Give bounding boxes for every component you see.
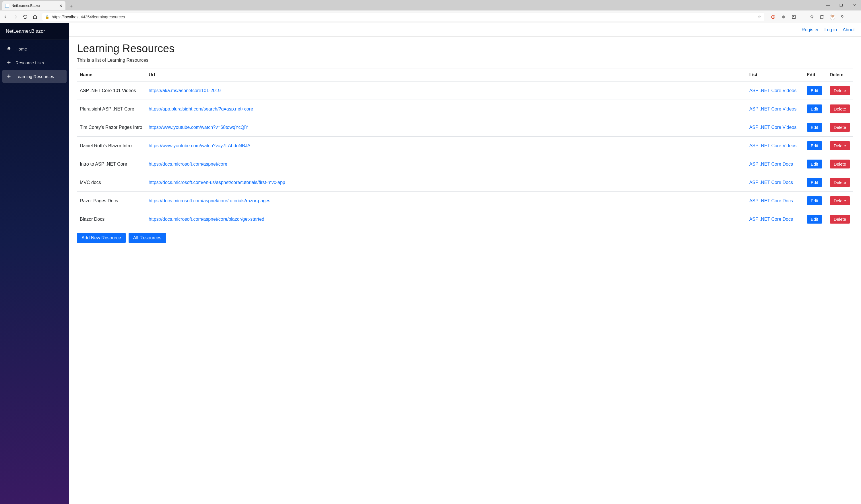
about-link[interactable]: About: [843, 27, 855, 32]
resource-url-link[interactable]: https://app.pluralsight.com/search/?q=as…: [149, 107, 253, 111]
tab-close-icon[interactable]: ✕: [59, 3, 63, 8]
cell-name: ASP .NET Core 101 Videos: [77, 81, 146, 100]
cell-delete: Delete: [827, 192, 853, 210]
delete-button[interactable]: Delete: [830, 123, 850, 132]
delete-button[interactable]: Delete: [830, 178, 850, 187]
browser-tab[interactable]: NetLearner.Blazor ✕: [2, 1, 66, 10]
cell-edit: Edit: [804, 81, 827, 100]
login-link[interactable]: Log in: [824, 27, 837, 32]
cell-url: https://aka.ms/aspnetcore101-2019: [146, 81, 747, 100]
window-close-button[interactable]: ✕: [848, 0, 861, 10]
resource-list-link[interactable]: ASP .NET Core Videos: [749, 107, 797, 111]
delete-button[interactable]: Delete: [830, 105, 850, 113]
window-controls: — ❐ ✕: [821, 0, 861, 10]
edit-button[interactable]: Edit: [807, 160, 822, 168]
favorites-icon[interactable]: [809, 14, 815, 19]
table-row: Pluralsight ASP .NET Corehttps://app.plu…: [77, 100, 853, 118]
browser-chrome: NetLearner.Blazor ✕ + — ❐ ✕ 🔒 https://lo…: [0, 0, 861, 23]
footer-actions: Add New Resource All Resources: [77, 233, 853, 243]
extension-icon-2[interactable]: [781, 14, 786, 19]
sidebar-item-resource-lists[interactable]: +Resource Lists: [2, 56, 67, 69]
edit-button[interactable]: Edit: [807, 141, 822, 150]
edit-button[interactable]: Edit: [807, 105, 822, 113]
cell-name: Razor Pages Docs: [77, 192, 146, 210]
more-menu-icon[interactable]: ···: [851, 14, 856, 19]
resource-list-link[interactable]: ASP .NET Core Videos: [749, 88, 797, 93]
extension-icon-1[interactable]: [770, 14, 776, 19]
resource-url-link[interactable]: https://docs.microsoft.com/aspnet/core/b…: [149, 217, 264, 221]
edit-button[interactable]: Edit: [807, 86, 822, 95]
feedback-icon[interactable]: [840, 14, 846, 19]
all-resources-button[interactable]: All Resources: [128, 233, 166, 243]
cell-name: Daniel Roth's Blazor Intro: [77, 137, 146, 155]
register-link[interactable]: Register: [802, 27, 819, 32]
cell-edit: Edit: [804, 118, 827, 137]
sidebar-item-learning-resources[interactable]: +Learning Resources: [2, 70, 67, 83]
url-text: https://localhost:44354/learningresource…: [52, 15, 755, 19]
refresh-button[interactable]: [23, 14, 28, 20]
sidebar-item-home[interactable]: Home: [2, 42, 67, 55]
tab-strip: NetLearner.Blazor ✕ + — ❐ ✕: [0, 0, 861, 10]
resource-list-link[interactable]: ASP .NET Core Videos: [749, 143, 797, 148]
forward-button[interactable]: [13, 14, 18, 20]
delete-button[interactable]: Delete: [830, 196, 850, 205]
delete-button[interactable]: Delete: [830, 86, 850, 95]
resource-list-link[interactable]: ASP .NET Core Docs: [749, 162, 793, 166]
sidebar-brand[interactable]: NetLearner.Blazor: [0, 23, 69, 40]
cell-name: Intro to ASP .NET Core: [77, 155, 146, 173]
cell-delete: Delete: [827, 81, 853, 100]
top-bar: Register Log in About: [69, 23, 861, 37]
cell-list: ASP .NET Core Videos: [747, 118, 804, 137]
sidebar-item-label: Learning Resources: [15, 74, 54, 79]
profile-avatar[interactable]: [830, 14, 835, 19]
resource-url-link[interactable]: https://aka.ms/aspnetcore101-2019: [149, 88, 221, 93]
svg-rect-3: [793, 16, 794, 17]
edit-button[interactable]: Edit: [807, 215, 822, 223]
resource-url-link[interactable]: https://docs.microsoft.com/aspnet/core: [149, 162, 227, 166]
edit-button[interactable]: Edit: [807, 123, 822, 132]
collections-icon[interactable]: [820, 14, 825, 19]
cell-url: https://docs.microsoft.com/en-us/aspnet/…: [146, 173, 747, 192]
delete-button[interactable]: Delete: [830, 215, 850, 223]
window-maximize-button[interactable]: ❐: [835, 0, 848, 10]
svg-point-1: [782, 15, 785, 18]
delete-button[interactable]: Delete: [830, 160, 850, 168]
add-new-resource-button[interactable]: Add New Resource: [77, 233, 126, 243]
favorite-star-icon[interactable]: ☆: [757, 14, 761, 19]
url-port: :44354: [80, 15, 92, 19]
edit-button[interactable]: Edit: [807, 196, 822, 205]
resource-list-link[interactable]: ASP .NET Core Videos: [749, 125, 797, 130]
resource-url-link[interactable]: https://docs.microsoft.com/en-us/aspnet/…: [149, 180, 285, 185]
window-minimize-button[interactable]: —: [821, 0, 835, 10]
cell-delete: Delete: [827, 210, 853, 229]
home-button-browser[interactable]: [32, 14, 38, 20]
plus-icon: +: [6, 73, 12, 80]
address-bar[interactable]: 🔒 https://localhost:44354/learningresour…: [42, 13, 764, 21]
cell-url: https://www.youtube.com/watch?v=68towqYc…: [146, 118, 747, 137]
resource-list-link[interactable]: ASP .NET Core Docs: [749, 180, 793, 185]
lock-icon: 🔒: [45, 15, 49, 19]
new-tab-button[interactable]: +: [67, 2, 75, 10]
delete-button[interactable]: Delete: [830, 141, 850, 150]
cell-url: https://docs.microsoft.com/aspnet/core/b…: [146, 210, 747, 229]
resources-table: Name Url List Edit Delete ASP .NET Core …: [77, 69, 853, 228]
resource-url-link[interactable]: https://www.youtube.com/watch?v=y7LAbdoN…: [149, 143, 250, 148]
cell-edit: Edit: [804, 210, 827, 229]
cell-name: Tim Corey's Razor Pages Intro: [77, 118, 146, 137]
back-button[interactable]: [3, 14, 9, 20]
col-header-list: List: [747, 69, 804, 82]
browser-toolbar: 🔒 https://localhost:44354/learningresour…: [0, 10, 861, 23]
resource-url-link[interactable]: https://www.youtube.com/watch?v=68towqYc…: [149, 125, 248, 130]
resource-url-link[interactable]: https://docs.microsoft.com/aspnet/core/t…: [149, 198, 270, 203]
main-area: Register Log in About Learning Resources…: [69, 23, 861, 504]
extension-icon-3[interactable]: [791, 14, 796, 19]
resource-list-link[interactable]: ASP .NET Core Docs: [749, 198, 793, 203]
sidebar: NetLearner.Blazor Home+Resource Lists+Le…: [0, 23, 69, 504]
url-host: localhost: [64, 15, 80, 19]
home-icon: [6, 46, 12, 52]
resource-list-link[interactable]: ASP .NET Core Docs: [749, 217, 793, 221]
edit-button[interactable]: Edit: [807, 178, 822, 187]
extension-icons: ···: [768, 14, 858, 20]
col-header-delete: Delete: [827, 69, 853, 82]
page-subtitle: This is a list of Learning Resources!: [77, 58, 853, 63]
